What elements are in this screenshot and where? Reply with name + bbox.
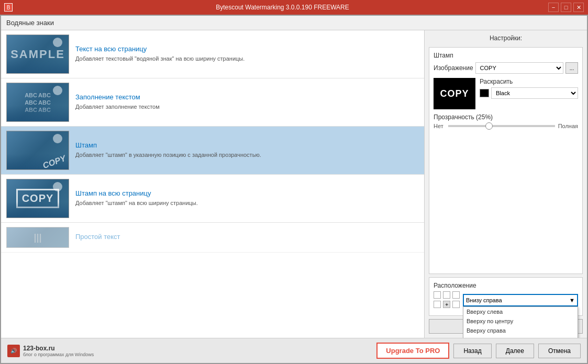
- color-select-row: Black White Red: [480, 87, 578, 99]
- settings-box: Штамп Изображение COPY ... COPY Раскраси…: [429, 47, 583, 274]
- title-bar: B Bytescout Watermarking 3.0.0.190 FREEW…: [0, 0, 588, 15]
- logo-text: 123-box.ru: [23, 345, 94, 352]
- pos-cb-5[interactable]: ✦: [443, 301, 450, 308]
- dropdown-arrow-icon: ▼: [569, 297, 575, 303]
- thumb-abc: ABC: [25, 99, 37, 106]
- position-option-4[interactable]: В середине слева: [463, 335, 578, 338]
- thumb-full-page-text: SAMPLE: [6, 35, 69, 74]
- color-select[interactable]: Black White Red: [491, 87, 578, 99]
- left-panel: SAMPLE Текст на всю страницу Добавляет т…: [1, 30, 425, 338]
- watermark-title: Заполнение текстом: [75, 93, 419, 101]
- main-window: Водяные знаки SAMPLE Текст на всю страни…: [0, 15, 588, 364]
- colorize-section: Раскрасить Black White Red: [480, 78, 578, 99]
- stamp-preview-text: COPY: [440, 88, 469, 99]
- watermark-info: Штамп на всю страницу Добавляет "штамп" …: [75, 189, 419, 207]
- thumb-stamp: COPY: [6, 131, 69, 170]
- position-label: Расположение: [434, 282, 578, 289]
- list-item[interactable]: ||| Простой текст: [1, 223, 424, 253]
- list-item[interactable]: COPY Штамп на всю страницу Добавляет "шт…: [1, 175, 424, 223]
- settings-title: Настройки:: [429, 35, 583, 42]
- stamp-preview-row: COPY Раскрасить Black White Red: [434, 78, 578, 109]
- logo-text-area: 123-box.ru блог о программах для Windows: [23, 345, 94, 357]
- slider-min: Нет: [434, 123, 445, 129]
- stamp-section-title: Штамп: [434, 52, 578, 59]
- image-label: Изображение: [434, 64, 473, 72]
- watermark-info: Штамп Добавляет "штамп" в указанную пози…: [75, 141, 419, 159]
- watermark-desc: Добавляет "штамп" в указанную позицию с …: [75, 151, 419, 159]
- list-wrapper: SAMPLE Текст на всю страницу Добавляет т…: [1, 30, 424, 338]
- thumb-moon-icon: [53, 182, 62, 191]
- watermark-title: Штамп: [75, 141, 419, 149]
- transparency-slider[interactable]: [448, 125, 555, 127]
- position-option-2[interactable]: Вверху по центру: [463, 316, 578, 326]
- list-item[interactable]: SAMPLE Текст на всю страницу Добавляет т…: [1, 30, 424, 78]
- bottom-bar: 🔊 123-box.ru блог о программах для Windo…: [1, 338, 587, 363]
- slider-max: Полная: [558, 123, 578, 129]
- pos-cb-4[interactable]: [434, 301, 441, 308]
- position-option-3[interactable]: Вверху справа: [463, 326, 578, 335]
- watermark-list: SAMPLE Текст на всю страницу Добавляет т…: [1, 30, 424, 338]
- pos-cb-3[interactable]: [452, 291, 460, 299]
- position-dropdown-container: Внизу справа ▼ Вверху слева Вверху по це…: [463, 294, 578, 306]
- position-current-value: Внизу справа: [466, 297, 502, 303]
- image-row: Изображение COPY ...: [434, 62, 578, 74]
- pos-cb-2[interactable]: [443, 291, 450, 299]
- maximize-button[interactable]: □: [561, 3, 571, 12]
- pos-cb-1[interactable]: [434, 291, 441, 299]
- thumb-moon-icon: [53, 38, 62, 47]
- image-select[interactable]: COPY: [475, 62, 563, 74]
- stamp-preview-box: COPY: [434, 78, 475, 109]
- thumb-simple-text: |||: [34, 232, 41, 243]
- thumb-abc: ABC: [38, 99, 51, 106]
- position-checkboxes: ✦: [434, 291, 461, 309]
- thumb-text-fill: ABC ABC ABC ABC ABC ABC: [6, 83, 69, 122]
- thumb-moon-icon: [53, 134, 62, 143]
- thumb-abc: ABC: [38, 92, 51, 98]
- minimize-button[interactable]: −: [548, 3, 559, 12]
- thumb-hills: [7, 202, 69, 218]
- watermark-info: Заполнение текстом Добавляет заполнение …: [75, 93, 419, 111]
- back-button[interactable]: Назад: [453, 344, 491, 358]
- colorize-label: Раскрасить: [480, 78, 578, 85]
- window-controls: − □ ✕: [548, 3, 584, 12]
- next-button[interactable]: Далее: [496, 344, 534, 358]
- thumb-abc: ABC: [25, 92, 37, 98]
- logo-icon: 🔊: [7, 345, 20, 357]
- position-option-1[interactable]: Вверху слева: [463, 307, 578, 316]
- upgrade-button[interactable]: Upgrade To PRO: [376, 343, 449, 359]
- watermark-logo: 🔊 123-box.ru блог о программах для Windo…: [7, 345, 94, 357]
- cancel-button[interactable]: Отмена: [538, 344, 581, 358]
- watermark-desc: Добавляет заполнение текстом: [75, 103, 419, 111]
- transparency-section: Прозрачность (25%) Нет Полная: [434, 113, 578, 129]
- list-item-stamp[interactable]: COPY Штамп Добавляет "штамп" в указанную…: [1, 127, 424, 175]
- watermark-info: Простой текст: [75, 233, 419, 243]
- window-header: Водяные знаки: [1, 16, 587, 30]
- watermark-info: Текст на всю страницу Добавляет текстовы…: [75, 45, 419, 63]
- browse-button[interactable]: ...: [565, 62, 578, 74]
- slider-row: Нет Полная: [434, 123, 578, 129]
- pos-cb-6[interactable]: [452, 301, 460, 308]
- thumb-full-stamp: COPY: [6, 179, 69, 218]
- watermark-title: Текст на всю страницу: [75, 45, 419, 53]
- right-panel: Настройки: Штамп Изображение COPY ... CO…: [425, 30, 587, 338]
- thumb-simple: |||: [6, 227, 69, 248]
- thumb-hills: [7, 58, 69, 73]
- thumb-hills: [7, 106, 69, 121]
- transparency-label: Прозрачность (25%): [434, 113, 578, 121]
- position-select-display[interactable]: Внизу справа ▼: [463, 294, 578, 306]
- app-icon: B: [4, 3, 13, 12]
- thumb-moon-icon: [53, 86, 62, 95]
- logo-sub: блог о программах для Windows: [23, 352, 94, 357]
- color-swatch: [480, 89, 489, 97]
- list-item[interactable]: ABC ABC ABC ABC ABC ABC Заполнение текст…: [1, 78, 424, 127]
- watermark-title: Штамп на всю страницу: [75, 189, 419, 197]
- close-button[interactable]: ✕: [573, 3, 584, 12]
- slider-thumb[interactable]: [485, 122, 493, 130]
- window-title: Водяные знаки: [6, 19, 54, 27]
- watermark-desc: Добавляет текстовый "водяной знак" на вс…: [75, 55, 419, 63]
- position-section: Расположение ✦ Внизу справа ▼: [429, 277, 583, 316]
- title-bar-text: Bytescout Watermarking 3.0.0.190 FREEWAR…: [17, 4, 548, 11]
- content-area: SAMPLE Текст на всю страницу Добавляет т…: [1, 30, 587, 338]
- position-grid-row: ✦ Внизу справа ▼ Вверху слева Вверху по …: [434, 291, 578, 309]
- position-dropdown-list: Вверху слева Вверху по центру Вверху спр…: [463, 306, 578, 338]
